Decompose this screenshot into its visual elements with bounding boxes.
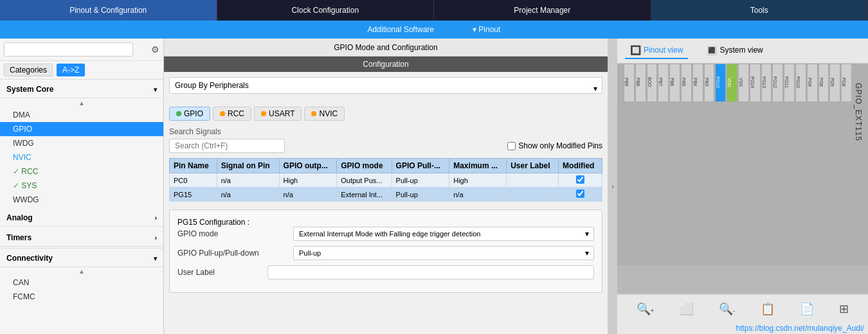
nav-project[interactable]: Project Manager: [434, 0, 651, 21]
nav-clock[interactable]: Clock Configuration: [217, 0, 435, 21]
pin-cell[interactable]: PG9: [807, 64, 818, 102]
nav-pinout-dropdown[interactable]: ▾ Pinout: [466, 22, 507, 37]
tab-pinout-view[interactable]: 🔲 Pinout view: [625, 42, 688, 59]
pin-cell[interactable]: PD8: [841, 64, 852, 102]
section-timers-header[interactable]: Timers ›: [0, 229, 163, 247]
pin-cell[interactable]: VSS: [738, 64, 749, 102]
center-title: GPIO Mode and Configuration: [164, 39, 608, 57]
pin-cell[interactable]: PG14: [750, 64, 761, 102]
table-row[interactable]: PC0 n/a High Output Pus... Pull-up High: [170, 173, 602, 188]
pin-cell[interactable]: PG13: [761, 64, 772, 102]
pin-cell[interactable]: PB9: [624, 64, 635, 102]
section-system-core: System Core ▾ ▲ DMA GPIO IWDG NVIC RCC: [0, 80, 163, 208]
copy-btn[interactable]: 📋: [755, 299, 780, 319]
nav-additional-software[interactable]: Additional Software: [361, 22, 440, 37]
pin-cell[interactable]: PG15: [715, 64, 726, 102]
section-timers: Timers ›: [0, 228, 163, 248]
search-input[interactable]: [4, 42, 133, 57]
pin-cell[interactable]: PG12: [772, 64, 783, 102]
nav-pinout[interactable]: Pinout & Configuration: [0, 0, 217, 21]
section-analog: Analog ›: [0, 208, 163, 228]
gpio-mode-select-wrapper: External Interrupt Mode with Falling edg…: [293, 227, 594, 241]
tab-system-view[interactable]: 🔳 System view: [701, 42, 768, 59]
cell-signal: n/a: [217, 173, 279, 188]
pin-cell[interactable]: PB6: [669, 64, 680, 102]
chevron-down-icon: ▾: [154, 86, 157, 93]
gpio-mode-select[interactable]: External Interrupt Mode with Falling edg…: [293, 227, 594, 241]
modified-checkbox[interactable]: [576, 175, 584, 184]
col-user-label: User Label: [507, 159, 559, 173]
section-system-core-header[interactable]: System Core ▾: [0, 81, 163, 98]
nav-tools[interactable]: Tools: [651, 0, 869, 21]
table-row[interactable]: PG15 n/a n/a External Int... Pull-up n/a: [170, 188, 602, 202]
sidebar-item-gpio[interactable]: GPIO: [0, 122, 163, 136]
sidebar-item-sys[interactable]: SYS: [0, 179, 163, 193]
config-label-gpio-pull: GPIO Pull-up/Pull-down: [177, 249, 293, 258]
sidebar-item-dma[interactable]: DMA: [0, 108, 163, 122]
tab-categories[interactable]: Categories: [4, 64, 53, 76]
pg15-config-title: PG15 Configuration :: [177, 218, 249, 227]
tab-az[interactable]: A->Z: [57, 64, 85, 76]
gear-icon[interactable]: ⚙: [151, 44, 159, 55]
show-modified-checkbox[interactable]: [507, 142, 516, 150]
user-label-input[interactable]: [267, 265, 594, 279]
pin-cell[interactable]: PB5: [681, 64, 692, 102]
zoom-in-btn[interactable]: 🔍+: [631, 299, 660, 319]
main-layout: ⚙ Categories A->Z System Core ▾ ▲ DMA GP: [0, 39, 868, 334]
collapse-arrow[interactable]: ›: [608, 39, 617, 334]
modified-checkbox[interactable]: [576, 189, 584, 198]
grid-btn[interactable]: ⊞: [834, 299, 854, 319]
section-connectivity-header[interactable]: Connectivity ▾: [0, 250, 163, 267]
search-row: Show only Modified Pins: [169, 139, 602, 153]
pin-cell[interactable]: PG8: [818, 64, 829, 102]
cell-gpio-mode: External Int...: [337, 188, 392, 202]
pin-cell[interactable]: PG10: [795, 64, 806, 102]
peripheral-tab-nvic[interactable]: NVIC: [304, 107, 345, 121]
col-signal: Signal on Pin: [217, 159, 279, 173]
col-modified: Modified: [559, 159, 602, 173]
gpio-pull-select[interactable]: Pull-up: [293, 246, 594, 260]
sidebar-item-fcmc[interactable]: FCMC: [0, 290, 163, 304]
cell-user-label: [507, 173, 559, 188]
scroll-up-btn[interactable]: ▲: [0, 98, 163, 108]
fit-btn[interactable]: ⬜: [674, 299, 699, 319]
pin-cell[interactable]: BOO: [647, 64, 658, 102]
sidebar-item-wwdg[interactable]: WWDG: [0, 193, 163, 207]
sidebar-item-can[interactable]: CAN: [0, 276, 163, 290]
chevron-right-icon: ›: [155, 215, 157, 222]
search-signals-input[interactable]: [169, 139, 285, 153]
config-label-user-label: User Label: [177, 268, 267, 277]
pin-cell[interactable]: PB4: [692, 64, 703, 102]
sidebar-item-nvic[interactable]: NVIC: [0, 150, 163, 164]
gpio-dot: [176, 111, 181, 116]
col-gpio-mode: GPIO mode: [337, 159, 392, 173]
config-header: Configuration: [164, 57, 608, 72]
cell-gpio-pull: Pull-up: [392, 188, 449, 202]
group-by-wrapper: Group By Peripherals: [169, 77, 602, 100]
sidebar-item-iwdg[interactable]: IWDG: [0, 136, 163, 150]
pin-cell[interactable]: PG11: [784, 64, 795, 102]
config-row-user-label: User Label: [177, 265, 594, 279]
section-analog-header[interactable]: Analog ›: [0, 209, 163, 227]
pin-cell[interactable]: PB3: [704, 64, 715, 102]
rcc-dot: [220, 111, 225, 116]
cell-gpio-mode: Output Pus...: [337, 173, 392, 188]
pin-cell[interactable]: PB8: [635, 64, 646, 102]
peripheral-tab-rcc[interactable]: RCC: [213, 107, 251, 121]
pin-cell[interactable]: PD9: [829, 64, 840, 102]
connectivity-scroll-up[interactable]: ▲: [0, 267, 163, 276]
pin-cell[interactable]: PB7: [658, 64, 669, 102]
pg15-config: PG15 Configuration : GPIO mode External …: [169, 209, 602, 293]
config-body: Group By Peripherals GPIO RCC USART: [164, 72, 608, 298]
pin-cell[interactable]: VDD: [727, 64, 737, 102]
col-gpio-pull: GPIO Pull-...: [392, 159, 449, 173]
export-btn[interactable]: 📄: [795, 299, 819, 319]
pinout-status: https://blog.csdn.net/mulanqiye_Audi/: [617, 322, 868, 334]
sidebar-search-area: ⚙: [0, 39, 163, 61]
sidebar-item-rcc[interactable]: RCC: [0, 164, 163, 179]
zoom-out-btn[interactable]: 🔍-: [714, 299, 740, 319]
peripheral-tab-usart[interactable]: USART: [254, 107, 302, 121]
group-by-select[interactable]: Group By Peripherals: [169, 77, 602, 94]
peripheral-tab-gpio[interactable]: GPIO: [169, 107, 210, 121]
search-signals-area: Search Signals Show only Modified Pins: [169, 127, 602, 153]
